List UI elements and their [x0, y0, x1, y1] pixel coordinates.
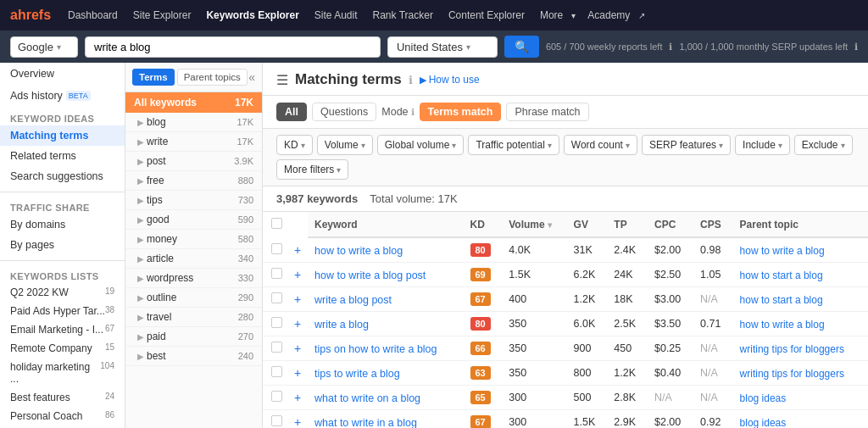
nav-academy[interactable]: Academy [581, 6, 637, 25]
filter-include[interactable]: Include ▾ [735, 135, 790, 155]
add-keyword-icon[interactable]: + [294, 292, 301, 306]
parent-topic-link[interactable]: how to write a blog [740, 245, 825, 257]
filter-traffic-potential[interactable]: Traffic potential ▾ [468, 135, 559, 155]
parent-topic-link[interactable]: how to start a blog [740, 270, 823, 281]
monthly-info-icon[interactable]: ℹ [854, 42, 858, 53]
row-checkbox-cell[interactable] [263, 263, 291, 287]
row-plus-cell[interactable]: + [291, 386, 308, 410]
sidebar-item-personal-coach[interactable]: Personal Coach 86 [0, 407, 125, 425]
row-checkbox-cell[interactable] [263, 336, 291, 361]
sidebar-item-by-domains[interactable]: By domains [0, 214, 125, 235]
row-plus-cell[interactable]: + [291, 336, 308, 361]
filter-volume[interactable]: Volume ▾ [317, 135, 373, 155]
search-input[interactable] [85, 36, 381, 58]
row-checkbox[interactable] [271, 391, 282, 402]
add-keyword-icon[interactable]: + [294, 243, 301, 257]
sidebar-item-ads-history[interactable]: Ads history BETA [0, 85, 125, 107]
row-checkbox[interactable] [271, 243, 282, 254]
filter-more[interactable]: More filters ▾ [276, 159, 348, 180]
sidebar-item-q2-kw[interactable]: Q2 2022 KW 19 [0, 283, 125, 302]
kw-list-item[interactable]: ▶free880 [125, 171, 262, 191]
how-to-use-link[interactable]: ▶ How to use [420, 74, 480, 86]
search-button[interactable]: 🔍 [504, 36, 539, 58]
row-checkbox[interactable] [271, 342, 282, 353]
info-circle-icon[interactable]: ℹ [409, 74, 413, 86]
col-parent-topic-header[interactable]: Parent topic [733, 212, 868, 237]
sidebar-item-search-suggestions[interactable]: Search suggestions [0, 166, 125, 186]
nav-keywords-explorer[interactable]: Keywords Explorer [199, 6, 305, 25]
parent-topic-link[interactable]: how to write a blog [740, 319, 825, 331]
kw-list-item[interactable]: ▶post3.9K [125, 152, 262, 171]
row-plus-cell[interactable]: + [291, 263, 308, 287]
kw-list-item[interactable]: ▶good590 [125, 210, 262, 230]
row-checkbox[interactable] [271, 292, 282, 303]
keyword-link[interactable]: what to write in a blog [314, 417, 417, 429]
sidebar-item-remote-company[interactable]: Remote Company 15 [0, 339, 125, 358]
row-checkbox[interactable] [271, 415, 282, 426]
row-checkbox[interactable] [271, 366, 282, 377]
sidebar-item-overview[interactable]: Overview [0, 63, 125, 85]
keyword-link[interactable]: tips to write a blog [314, 368, 400, 380]
col-cpc-header[interactable]: CPC [648, 212, 693, 237]
col-gv-header[interactable]: GV [567, 212, 608, 237]
keyword-link[interactable]: tips on how to write a blog [314, 343, 437, 355]
kw-list-item[interactable]: ▶tips730 [125, 191, 262, 210]
row-plus-cell[interactable]: + [291, 312, 308, 336]
row-checkbox-cell[interactable] [263, 287, 291, 312]
sidebar-item-best-features[interactable]: Best features 24 [0, 388, 125, 407]
tab-questions[interactable]: Questions [312, 103, 376, 121]
kw-list-item[interactable]: ▶wordpress330 [125, 269, 262, 288]
row-checkbox[interactable] [271, 268, 282, 279]
nav-site-audit[interactable]: Site Audit [308, 6, 364, 25]
parent-topic-link[interactable]: writing tips for bloggers [740, 368, 844, 380]
row-plus-cell[interactable]: + [291, 410, 308, 429]
keyword-link[interactable]: write a blog [314, 319, 369, 331]
all-keywords-row[interactable]: All keywords 17K [125, 92, 262, 113]
nav-dashboard[interactable]: Dashboard [61, 6, 125, 25]
nav-content-explorer[interactable]: Content Explorer [442, 6, 531, 25]
filter-exclude[interactable]: Exclude ▾ [794, 135, 853, 155]
add-keyword-icon[interactable]: + [294, 317, 301, 331]
row-checkbox-cell[interactable] [263, 386, 291, 410]
parent-topic-link[interactable]: how to start a blog [740, 294, 823, 306]
row-checkbox-cell[interactable] [263, 410, 291, 429]
header-checkbox[interactable] [271, 218, 282, 229]
tab-terms-match[interactable]: Terms match [420, 103, 502, 121]
weekly-info-icon[interactable]: ℹ [669, 42, 672, 53]
col-kd-header[interactable]: KD [464, 212, 503, 237]
collapse-button[interactable]: « [248, 70, 255, 84]
tab-terms[interactable]: Terms [132, 69, 175, 86]
col-cps-header[interactable]: CPS [693, 212, 733, 237]
kw-list-item[interactable]: ▶write17K [125, 132, 262, 152]
kw-list-item[interactable]: ▶paid270 [125, 327, 262, 347]
hamburger-icon[interactable]: ☰ [276, 72, 288, 88]
filter-global-volume[interactable]: Global volume ▾ [377, 135, 465, 155]
keyword-link[interactable]: what to write on a blog [314, 392, 420, 404]
kw-list-item[interactable]: ▶money580 [125, 230, 262, 249]
col-checkbox-header[interactable] [263, 212, 291, 237]
tab-phrase-match[interactable]: Phrase match [506, 103, 588, 121]
filter-kd[interactable]: KD ▾ [276, 135, 313, 155]
parent-topic-link[interactable]: writing tips for bloggers [740, 343, 844, 355]
parent-topic-link[interactable]: blog ideas [740, 417, 787, 429]
sidebar-item-email-marketing[interactable]: Email Marketing - I... 67 [0, 320, 125, 339]
parent-topic-link[interactable]: blog ideas [740, 392, 787, 404]
filter-word-count[interactable]: Word count ▾ [564, 135, 637, 155]
sidebar-item-by-pages[interactable]: By pages [0, 235, 125, 255]
nav-rank-tracker[interactable]: Rank Tracker [366, 6, 440, 25]
keyword-link[interactable]: how to write a blog post [314, 270, 426, 281]
keyword-link[interactable]: write a blog post [314, 294, 392, 306]
kw-list-item[interactable]: ▶travel280 [125, 308, 262, 327]
kw-list-item[interactable]: ▶article340 [125, 249, 262, 269]
add-keyword-icon[interactable]: + [294, 415, 301, 428]
col-volume-header[interactable]: Volume ▾ [502, 212, 566, 237]
keyword-link[interactable]: how to write a blog [314, 245, 403, 257]
mode-info-icon[interactable]: ℹ [411, 107, 415, 118]
sidebar-item-holiday-marketing[interactable]: holiday marketing ... 104 [0, 358, 125, 388]
row-checkbox-cell[interactable] [263, 237, 291, 263]
nav-more[interactable]: More [533, 6, 570, 25]
sidebar-item-related-terms[interactable]: Related terms [0, 146, 125, 166]
row-checkbox[interactable] [271, 317, 282, 328]
row-plus-cell[interactable]: + [291, 237, 308, 263]
add-keyword-icon[interactable]: + [294, 342, 301, 355]
